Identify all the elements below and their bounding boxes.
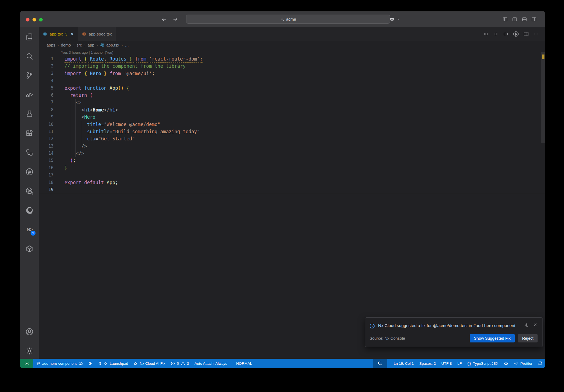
code-line[interactable]: </> — [64, 150, 84, 157]
line-number[interactable]: 19 — [39, 186, 53, 193]
line-number[interactable]: 14 — [39, 150, 53, 157]
tab-close-icon[interactable]: ✕ — [70, 32, 74, 36]
breadcrumb-item-…[interactable]: … — [125, 43, 129, 47]
notification-close-icon[interactable] — [533, 323, 538, 327]
line-number[interactable]: 15 — [39, 157, 53, 164]
line-number[interactable]: 3 — [39, 70, 53, 77]
code-line[interactable]: export function App() { — [64, 85, 129, 92]
history-back-icon[interactable] — [161, 17, 167, 22]
activity-bar-item-run-debug[interactable] — [23, 88, 36, 101]
line-number[interactable]: 11 — [39, 128, 53, 135]
tab-app.spec.tsx[interactable]: app.spec.tsx — [78, 27, 116, 41]
activity-bar-item-nx-console[interactable]: N>1 — [23, 223, 36, 236]
status-formatter-prettier[interactable]: Prettier — [511, 359, 535, 368]
tab-bar: app.tsx3✕app.spec.tsx — [39, 27, 545, 41]
code-line[interactable]: <h1>Home</h1> — [64, 106, 118, 113]
line-number[interactable]: 7 — [39, 99, 53, 106]
line-number[interactable]: 2 — [39, 62, 53, 70]
status-copilot-status[interactable] — [501, 359, 511, 368]
line-number[interactable]: 4 — [39, 77, 53, 84]
activity-bar-item-project-graph[interactable] — [23, 165, 36, 178]
activity-bar-item-edge-browser[interactable] — [23, 204, 36, 217]
activity-bar-item-extensions[interactable] — [23, 127, 36, 140]
line-number[interactable]: 10 — [39, 121, 53, 128]
customize-layout-icon[interactable] — [502, 17, 508, 22]
status-branch-status[interactable] — [85, 359, 95, 368]
editor-scrollbar[interactable] — [541, 52, 545, 143]
activity-bar-item-source-control[interactable] — [23, 69, 36, 82]
toggle-secondary-sidebar-icon[interactable] — [531, 17, 537, 22]
line-number[interactable]: 6 — [39, 92, 53, 99]
activity-bar-item-graph-search[interactable] — [23, 184, 36, 198]
activity-bar-item-testing[interactable] — [23, 107, 36, 121]
split-editor-icon[interactable] — [523, 31, 529, 37]
breadcrumb-item-app[interactable]: app — [88, 43, 94, 47]
status-label: Prettier — [520, 361, 532, 366]
line-number[interactable]: 13 — [39, 143, 53, 150]
status-language-mode[interactable]: { }TypeScript JSX — [464, 359, 501, 368]
toggle-primary-sidebar-icon[interactable] — [512, 17, 517, 22]
code-line[interactable]: <> — [64, 99, 81, 106]
code-line[interactable]: cta="Get Started" — [64, 135, 135, 142]
minimize-window-button[interactable] — [32, 18, 36, 21]
activity-bar-item-package[interactable] — [23, 242, 36, 255]
code-line[interactable]: subtitle="Build something amazing today" — [64, 128, 200, 135]
status-eol[interactable]: LF — [455, 359, 465, 368]
status-vim-mode[interactable]: -- NORMAL -- — [230, 359, 258, 368]
status-cursor-position[interactable]: Ln 19, Col 1 — [391, 359, 417, 368]
notification-settings-gear-icon[interactable] — [524, 323, 529, 328]
code-line[interactable]: return ( — [64, 92, 93, 99]
line-number[interactable]: 9 — [39, 113, 53, 121]
status-auto-attach[interactable]: Auto Attach: Always — [192, 359, 230, 368]
graph-circle-small-icon[interactable] — [513, 31, 519, 37]
nav-dot-circle-icon[interactable] — [493, 31, 499, 37]
info-icon — [370, 322, 375, 329]
breadcrumb-item-apps[interactable]: apps — [47, 43, 55, 47]
activity-bar-item-project-structure[interactable] — [23, 146, 36, 159]
nav-back-circle-icon[interactable] — [483, 31, 489, 37]
line-number[interactable]: 8 — [39, 106, 53, 113]
git-branch-icon — [36, 361, 40, 366]
more-actions-icon[interactable] — [533, 31, 539, 37]
chevron-down-icon[interactable] — [397, 17, 400, 21]
breadcrumb-item-demo[interactable]: demo — [61, 43, 71, 47]
status-indentation[interactable]: Spaces: 2 — [416, 359, 438, 368]
code-line[interactable]: <Hero — [64, 113, 96, 121]
status-zoom-indicator[interactable] — [373, 359, 387, 368]
code-line[interactable]: import { Route, Routes } from 'react-rou… — [64, 55, 203, 62]
code-line[interactable]: title="Welcmoe @acme/demo" — [64, 121, 160, 128]
toggle-panel-icon[interactable] — [522, 17, 527, 22]
activity-bar-item-search[interactable] — [23, 50, 36, 63]
line-number[interactable]: 18 — [39, 179, 53, 186]
reject-button[interactable]: Reject — [518, 334, 538, 342]
history-forward-icon[interactable] — [173, 17, 178, 22]
line-number[interactable]: 1 — [39, 55, 53, 62]
activity-bar-item-account[interactable] — [23, 325, 36, 338]
tab-app.tsx[interactable]: app.tsx3✕ — [39, 27, 78, 41]
status-encoding[interactable]: UTF-8 — [438, 359, 454, 368]
status-nx-cloud-ai-fix[interactable]: Nx Cloud AI Fix — [131, 359, 168, 368]
status-launchpad[interactable]: Launchpad — [95, 359, 131, 368]
close-window-button[interactable] — [26, 18, 29, 21]
line-number[interactable]: 16 — [39, 164, 53, 172]
copilot-icon[interactable] — [389, 16, 395, 22]
show-suggested-fix-button[interactable]: Show Suggested Fix — [470, 334, 515, 342]
line-number[interactable]: 17 — [39, 172, 53, 179]
breadcrumb-item-src[interactable]: src — [77, 43, 82, 47]
command-center-search[interactable]: acme — [186, 15, 390, 24]
activity-bar-item-explorer[interactable] — [23, 30, 36, 43]
zoom-window-button[interactable] — [39, 18, 43, 21]
nav-forward-circle-icon[interactable] — [503, 31, 509, 37]
activity-bar-item-settings-gear[interactable] — [23, 344, 36, 358]
code-line[interactable]: } — [64, 164, 67, 172]
status-problems[interactable]: 03 — [168, 359, 192, 368]
line-number[interactable]: 12 — [39, 135, 53, 142]
code-line[interactable]: import { Hero } from '@acme/ui'; — [64, 70, 155, 77]
breadcrumb-item-app.tsx[interactable]: app.tsx — [100, 43, 119, 48]
status-notifications-bell[interactable] — [535, 359, 545, 368]
code-line[interactable]: export default App; — [64, 179, 118, 186]
status-git-branch[interactable]: add-hero-component — [33, 359, 85, 368]
line-number[interactable]: 5 — [39, 85, 53, 92]
status-remote-indicator[interactable]: >< — [20, 359, 33, 368]
code-line[interactable]: // importing the component from the libr… — [64, 62, 186, 70]
